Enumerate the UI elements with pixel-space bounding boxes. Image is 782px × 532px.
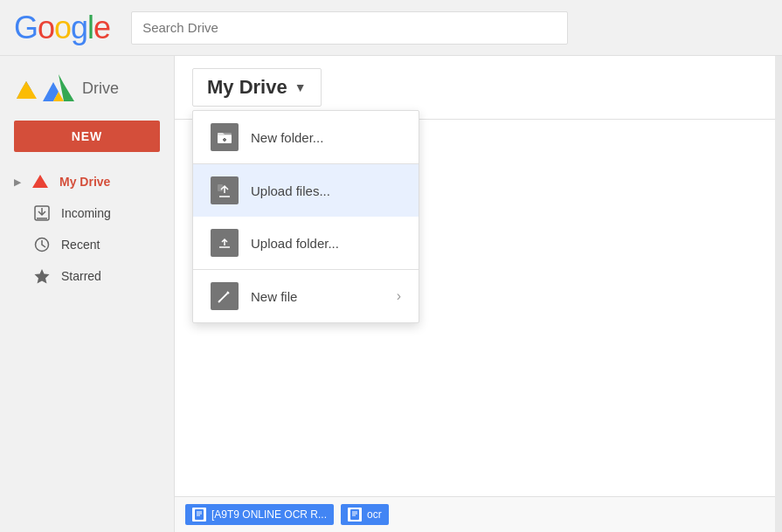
upload-files-label: Upload files... [251,183,330,198]
drive-logo-icon [10,74,42,102]
logo-o1: o [38,10,54,46]
search-input[interactable] [131,11,568,45]
svg-rect-24 [350,509,359,520]
sidebar-item-label-incoming: Incoming [61,206,111,220]
upload-folder-label: Upload folder... [251,236,339,251]
svg-rect-20 [195,509,204,520]
file-item-0[interactable]: [A9T9 ONLINE OCR R... [185,504,334,525]
drive-triangle-logo [42,73,75,103]
svg-marker-15 [35,269,50,284]
dropdown-arrow-icon: ▼ [294,80,307,94]
scrollbar[interactable] [775,56,782,532]
new-folder-label: New folder... [251,130,323,145]
file-label-1: ocr [367,508,382,521]
new-file-icon [211,282,239,310]
sidebar: Drive NEW ▶ My Drive [0,56,175,532]
sidebar-item-label-recent: Recent [61,238,100,252]
incoming-icon [33,204,51,222]
my-drive-icon [31,173,49,190]
logo-g2: g [71,10,87,46]
dropdown-item-upload-files[interactable]: Upload files... [193,164,419,217]
svg-marker-10 [32,175,48,188]
my-drive-dropdown-button[interactable]: My Drive ▼ [192,68,322,107]
dropdown-item-upload-folder[interactable]: Upload folder... [193,217,419,269]
new-button[interactable]: NEW [14,121,160,152]
logo-g: G [14,10,38,46]
file-label-0: [A9T9 ONLINE OCR R... [211,508,327,521]
expand-arrow: ▶ [14,177,21,187]
content-area: My Drive ▼ New folder... [175,56,782,532]
upload-folder-icon [211,229,239,257]
upload-files-icon [211,176,239,204]
logo-o2: o [54,10,71,46]
logo-e: e [93,10,110,46]
svg-rect-19 [218,184,223,191]
dropdown-item-new-folder[interactable]: New folder... [193,111,419,163]
new-file-label: New file [251,289,297,304]
file-list: [A9T9 ONLINE OCR R... ocr [175,496,782,532]
sidebar-item-label-my-drive: My Drive [59,175,110,189]
google-logo: Google [14,10,110,46]
file-doc-icon-0 [192,508,206,522]
search-bar[interactable] [131,11,568,45]
logo-l: l [87,10,93,46]
starred-icon [33,267,51,285]
sidebar-item-label-starred: Starred [61,269,101,283]
chevron-right-icon: › [397,288,401,304]
file-doc-icon-1 [348,508,362,522]
sidebar-item-incoming[interactable]: Incoming [0,197,174,229]
main-layout: Drive NEW ▶ My Drive [0,56,782,532]
recent-icon [33,236,51,253]
sidebar-item-my-drive[interactable]: ▶ My Drive [0,166,174,197]
new-folder-icon [211,123,239,151]
sidebar-item-recent[interactable]: Recent [0,229,174,260]
drive-label: Drive [82,79,119,98]
dropdown-item-new-file[interactable]: New file › [193,270,419,322]
my-drive-title: My Drive [207,76,287,99]
dropdown-menu: New folder... Upload files... [192,110,419,323]
file-item-1[interactable]: ocr [341,504,389,525]
top-bar: Google [0,0,782,56]
sidebar-item-starred[interactable]: Starred [0,260,174,292]
